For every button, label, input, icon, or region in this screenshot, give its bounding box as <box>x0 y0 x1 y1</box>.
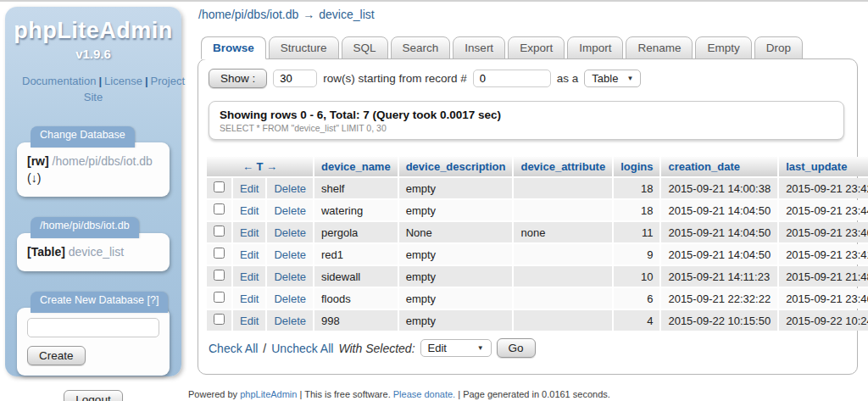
cell-device-attribute <box>514 244 612 265</box>
cell-last-update: 2015-09-21 23:46:21 <box>779 222 868 242</box>
row-checkbox[interactable] <box>214 181 225 192</box>
app-title: phpLiteAdmin <box>5 18 181 44</box>
cell-last-update: 2015-09-21 21:48:23 <box>779 266 868 287</box>
as-a-label: as a <box>557 72 579 85</box>
tab-search[interactable]: Search <box>391 36 451 59</box>
column-header-logins[interactable]: logins <box>614 157 659 176</box>
show-button[interactable]: Show : <box>209 69 267 88</box>
table-row: Edit Delete pergola None none 11 2015-09… <box>207 222 868 242</box>
cell-device-description: empty <box>399 200 513 220</box>
row-checkbox[interactable] <box>214 270 225 281</box>
create-database-button[interactable]: Create <box>27 346 86 365</box>
edit-link[interactable]: Edit <box>240 204 259 217</box>
change-database-body: [rw] /home/pi/dbs/iot.db (↓) <box>17 142 170 198</box>
column-header-actions[interactable]: ← T → <box>207 157 313 176</box>
tab-drop[interactable]: Drop <box>754 36 803 59</box>
start-record-input[interactable] <box>473 70 551 87</box>
edit-link[interactable]: Edit <box>240 182 259 195</box>
app-version: v1.9.6 <box>5 47 181 61</box>
cell-last-update: 2015-09-21 23:41:37 <box>779 244 868 265</box>
database-tables-body: [Table] device_list <box>17 233 170 270</box>
tab-export[interactable]: Export <box>508 36 565 59</box>
create-database-card: Create New Database [?] Create <box>17 292 170 376</box>
bulk-action-value: Edit <box>428 342 447 354</box>
cell-device-attribute <box>514 266 612 287</box>
delete-link[interactable]: Delete <box>274 248 306 261</box>
edit-link[interactable]: Edit <box>240 226 259 239</box>
delete-link[interactable]: Delete <box>274 270 306 283</box>
row-count-input[interactable] <box>273 70 317 87</box>
cell-device-name: shelf <box>314 178 398 198</box>
delete-link[interactable]: Delete <box>274 204 306 217</box>
new-database-name-input[interactable] <box>27 318 159 337</box>
table-row: Edit Delete floods empty 6 2015-09-21 22… <box>207 288 868 309</box>
cell-device-description: None <box>399 222 513 242</box>
column-header-device-name[interactable]: device_name <box>314 157 398 176</box>
link-separator: | <box>96 75 104 87</box>
bulk-actions-row: Check All / Uncheck All With Selected: E… <box>209 338 847 358</box>
table-row: Edit Delete red1 empty 9 2015-09-21 14:0… <box>207 244 868 265</box>
column-header-last-update[interactable]: last_update <box>779 157 868 176</box>
database-tables-card: /home/pi/dbs/iot.db [Table] device_list <box>17 217 170 270</box>
check-all-link[interactable]: Check All <box>209 342 258 355</box>
go-button[interactable]: Go <box>497 338 536 358</box>
edit-link[interactable]: Edit <box>240 315 259 327</box>
delete-link[interactable]: Delete <box>274 182 306 195</box>
query-summary: Showing rows 0 - 6, Total: 7 (Query took… <box>220 109 833 121</box>
create-database-heading: Create New Database [?] <box>31 292 168 313</box>
tab-import[interactable]: Import <box>567 36 623 59</box>
link-separator: | <box>142 75 151 87</box>
delete-link[interactable]: Delete <box>274 292 306 305</box>
view-type-select[interactable]: Table ▼ <box>584 70 641 87</box>
tab-rename[interactable]: Rename <box>626 36 693 59</box>
table-row: Edit Delete 998 empty 4 2015-09-22 10:15… <box>207 310 868 331</box>
row-checkbox[interactable] <box>214 292 225 303</box>
breadcrumb-arrow-icon: → <box>298 8 319 21</box>
breadcrumb-table-link[interactable]: device_list <box>319 8 374 21</box>
sidebar-table-link[interactable]: device_list <box>69 245 124 259</box>
delete-link[interactable]: Delete <box>274 315 306 327</box>
breadcrumb-database-link[interactable]: /home/pi/dbs/iot.db <box>198 8 298 21</box>
with-selected-label: With Selected: <box>338 342 415 355</box>
donate-link[interactable]: Please donate. <box>393 389 455 399</box>
column-header-device-attribute[interactable]: device_attribute <box>514 157 612 176</box>
cell-device-attribute <box>514 288 612 309</box>
uncheck-all-link[interactable]: Uncheck All <box>271 342 333 355</box>
row-checkbox[interactable] <box>214 314 225 325</box>
cell-creation-date: 2015-09-21 14:04:50 <box>661 244 777 265</box>
tab-sql[interactable]: SQL <box>342 36 388 59</box>
table-tabs: Browse Structure SQL Search Insert Expor… <box>201 36 803 59</box>
license-link[interactable]: License <box>104 75 142 87</box>
edit-link[interactable]: Edit <box>240 270 259 283</box>
cell-last-update: 2015-09-21 23:46:14 <box>779 288 868 309</box>
edit-link[interactable]: Edit <box>240 292 259 305</box>
view-type-value: Table <box>592 72 618 85</box>
logout-button[interactable]: Logout <box>64 390 122 401</box>
documentation-link[interactable]: Documentation <box>22 75 96 87</box>
tab-browse[interactable]: Browse <box>201 36 266 59</box>
page-generated-text: | Page generated in 0.0161 seconds. <box>458 389 610 399</box>
bulk-action-select[interactable]: Edit ▼ <box>420 339 492 357</box>
row-checkbox[interactable] <box>214 248 225 259</box>
cell-last-update: 2015-09-21 23:44:46 <box>779 200 868 220</box>
tab-insert[interactable]: Insert <box>453 36 505 59</box>
rows-starting-label: row(s) starting from record # <box>323 72 467 85</box>
row-checkbox[interactable] <box>214 203 225 214</box>
phpliteadmin-link[interactable]: phpLiteAdmin <box>240 389 297 399</box>
tab-structure[interactable]: Structure <box>269 36 339 59</box>
table-type-label: [Table] <box>27 245 65 259</box>
tab-empty[interactable]: Empty <box>695 36 751 59</box>
edit-link[interactable]: Edit <box>240 248 259 261</box>
column-header-device-description[interactable]: device_description <box>399 157 513 176</box>
cell-device-name: floods <box>314 288 398 309</box>
cell-device-description: empty <box>399 244 513 265</box>
row-checkbox[interactable] <box>214 226 225 237</box>
change-database-heading: Change Database <box>31 126 135 148</box>
delete-link[interactable]: Delete <box>274 226 306 239</box>
download-db-link[interactable]: (↓) <box>27 171 41 185</box>
cell-creation-date: 2015-09-21 14:04:50 <box>661 222 777 242</box>
powered-by-text: Powered by <box>188 389 237 399</box>
cell-logins: 10 <box>614 266 659 287</box>
cell-logins: 11 <box>614 222 659 242</box>
column-header-creation-date[interactable]: creation_date <box>661 157 777 176</box>
